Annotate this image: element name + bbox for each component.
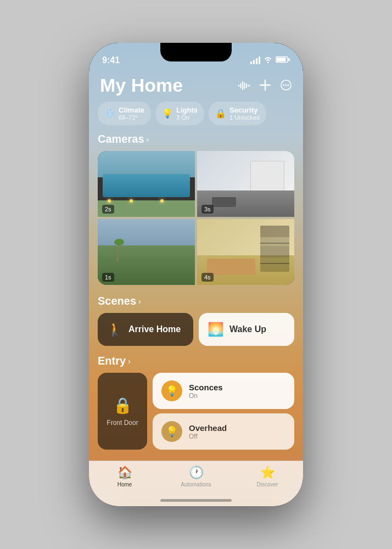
svg-rect-9 xyxy=(250,85,250,87)
phone-frame: 9:41 xyxy=(89,43,303,506)
scenes-header[interactable]: Scenes › xyxy=(98,295,294,307)
cameras-title: Cameras xyxy=(98,133,144,145)
header-actions xyxy=(238,75,292,94)
wake-up-card[interactable]: 🌅 Wake Up xyxy=(199,313,294,346)
climate-icon: ❄️ xyxy=(104,108,115,119)
camera-1-timer: 2s xyxy=(102,205,114,214)
sconces-status: On xyxy=(189,392,223,400)
lights-sub: 3 On xyxy=(176,114,198,121)
lights-icon: 💡 xyxy=(162,108,173,119)
wifi-icon xyxy=(264,57,272,65)
camera-2[interactable]: 3s xyxy=(197,151,294,217)
climate-pill[interactable]: ❄️ Climate 68–72° xyxy=(98,102,151,125)
waveform-icon[interactable] xyxy=(238,80,250,94)
lights-pill[interactable]: 💡 Lights 3 On xyxy=(155,102,204,125)
front-door-label: Front Door xyxy=(107,419,138,427)
add-icon[interactable] xyxy=(259,79,271,94)
home-tab-icon: 🏠 xyxy=(117,466,132,480)
climate-label: Climate xyxy=(119,106,144,114)
entry-chevron-icon: › xyxy=(128,357,131,366)
svg-rect-5 xyxy=(242,81,243,90)
wake-up-label: Wake Up xyxy=(229,324,266,334)
camera-3[interactable]: 1s xyxy=(98,219,195,285)
climate-sub: 68–72° xyxy=(119,114,144,121)
overhead-icon: 💡 xyxy=(166,425,178,438)
scenes-chevron-icon: › xyxy=(138,297,141,306)
overhead-icon-bg: 💡 xyxy=(161,421,182,442)
lock-icon: 🔒 xyxy=(113,396,132,414)
tab-home[interactable]: 🏠 Home xyxy=(89,466,160,488)
entry-section: Entry › 🔒 Front Door 💡 xyxy=(89,346,303,450)
tab-automations[interactable]: 🕐 Automations xyxy=(160,466,232,488)
sconces-name: Sconces xyxy=(189,383,223,392)
svg-point-13 xyxy=(288,85,289,86)
svg-rect-2 xyxy=(277,58,286,61)
overhead-name: Overhead xyxy=(189,423,227,433)
svg-rect-4 xyxy=(240,83,242,88)
scenes-section: Scenes › 🚶 Arrive Home 🌅 Wake Up xyxy=(89,287,303,346)
entry-cards: 🔒 Front Door 💡 Sconces On xyxy=(98,373,294,450)
entry-header[interactable]: Entry › xyxy=(98,355,294,367)
security-icon: 🔒 xyxy=(215,108,226,119)
cameras-section: Cameras › xyxy=(89,133,303,285)
arrive-home-card[interactable]: 🚶 Arrive Home xyxy=(98,313,193,346)
notch xyxy=(160,43,232,61)
sconces-icon-bg: 💡 xyxy=(161,380,182,401)
battery-icon xyxy=(276,56,290,65)
automations-tab-label: Automations xyxy=(181,481,211,488)
lights-label: Lights xyxy=(176,106,198,114)
security-sub: 1 Unlocked xyxy=(229,114,260,121)
svg-point-12 xyxy=(285,85,287,86)
home-indicator xyxy=(160,499,232,502)
overhead-status: Off xyxy=(189,433,227,440)
cameras-chevron-icon: › xyxy=(147,135,149,144)
svg-rect-1 xyxy=(288,58,290,61)
sconces-icon: 💡 xyxy=(166,385,178,397)
tab-discover[interactable]: ⭐ Discover xyxy=(232,466,303,488)
camera-1[interactable]: 2s xyxy=(98,151,195,217)
status-pills: ❄️ Climate 68–72° 💡 Lights 3 On 🔒 xyxy=(89,102,303,133)
security-pill[interactable]: 🔒 Security 1 Unlocked xyxy=(209,102,266,125)
camera-4[interactable]: 4s xyxy=(197,219,294,285)
entry-right-cards: 💡 Sconces On 💡 Ove xyxy=(153,373,294,450)
automations-tab-icon: 🕐 xyxy=(189,466,204,480)
wake-up-icon: 🌅 xyxy=(208,322,224,337)
discover-tab-icon: ⭐ xyxy=(260,466,275,480)
security-label: Security xyxy=(229,106,260,114)
scenes-title: Scenes xyxy=(98,295,136,307)
entry-title: Entry xyxy=(98,355,126,367)
discover-tab-label: Discover xyxy=(257,481,278,488)
header: My Home xyxy=(89,70,303,102)
camera-3-timer: 1s xyxy=(102,273,114,282)
svg-rect-8 xyxy=(248,85,249,87)
signal-icon xyxy=(250,57,260,64)
arrive-home-icon: 🚶 xyxy=(107,322,123,337)
front-door-lock-card[interactable]: 🔒 Front Door xyxy=(98,373,147,450)
tab-bar: 🏠 Home 🕐 Automations ⭐ Discover xyxy=(89,461,303,506)
scene-cards: 🚶 Arrive Home 🌅 Wake Up xyxy=(98,313,294,346)
cameras-header[interactable]: Cameras › xyxy=(98,133,294,145)
svg-rect-3 xyxy=(238,85,239,87)
screen-content[interactable]: My Home xyxy=(89,70,303,506)
phone-screen: 9:41 xyxy=(89,43,303,506)
overhead-card[interactable]: 💡 Overhead Off xyxy=(153,413,294,450)
page-title: My Home xyxy=(100,75,183,96)
arrive-home-label: Arrive Home xyxy=(128,324,181,334)
sconces-card[interactable]: 💡 Sconces On xyxy=(153,373,294,409)
svg-point-11 xyxy=(283,85,285,86)
home-tab-label: Home xyxy=(117,481,132,488)
svg-rect-6 xyxy=(244,82,245,89)
svg-rect-7 xyxy=(246,83,247,88)
status-time: 9:41 xyxy=(102,55,120,65)
status-icons xyxy=(250,56,290,65)
camera-4-timer: 4s xyxy=(201,273,214,282)
camera-2-timer: 3s xyxy=(201,205,214,214)
cameras-grid: 2s 3s xyxy=(98,151,294,285)
more-icon[interactable] xyxy=(280,79,292,94)
